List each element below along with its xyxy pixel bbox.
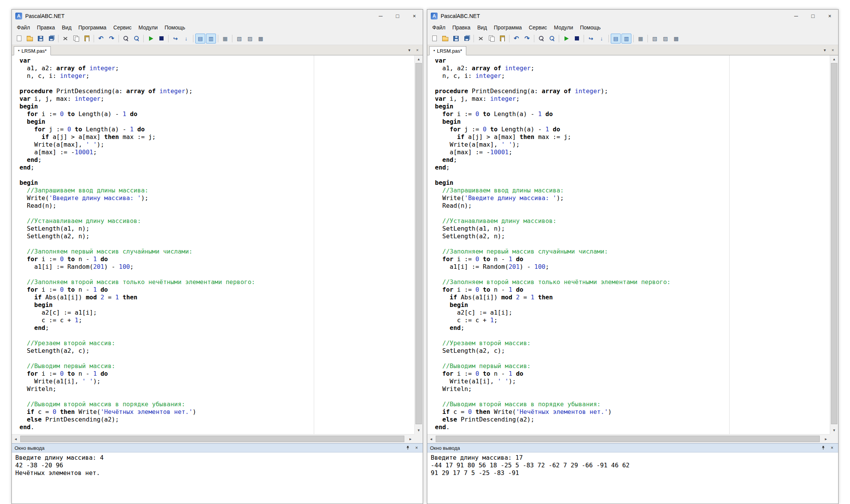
scroll-left-icon[interactable]: ◄ [12,435,19,443]
intellisense-toggle-button[interactable] [195,34,205,44]
copy-button[interactable] [487,34,496,44]
replace-button[interactable] [547,34,557,44]
menu-view[interactable]: Вид [474,23,490,32]
minimize-button[interactable]: ─ [788,10,805,23]
watch-window-button[interactable] [234,34,244,44]
code-token: do [101,370,108,377]
tab-close-icon[interactable]: × [414,47,421,53]
intellisense-toggle-button[interactable] [611,34,621,44]
menu-help[interactable]: Помощь [161,23,189,32]
scroll-right-icon[interactable]: ► [822,435,830,443]
menu-edit[interactable]: Правка [33,23,58,32]
save-all-button[interactable] [462,34,472,44]
pin-icon[interactable] [820,444,827,451]
close-button[interactable]: × [406,10,423,23]
close-button[interactable]: × [821,10,838,23]
format-toggle-button[interactable] [621,34,631,44]
menu-program[interactable]: Программа [490,23,525,32]
format-toggle-button[interactable] [206,34,216,44]
editor-horizontal-scrollbar[interactable]: ◄ ► [427,434,830,443]
tab-close-icon[interactable]: × [829,47,836,53]
menu-view[interactable]: Вид [58,23,75,32]
tab-bar: • LRSM.pas* ▾ × [12,45,423,55]
horizontal-scroll-thumb[interactable] [436,436,820,442]
save-button[interactable] [451,34,461,44]
find-button[interactable] [121,34,131,44]
undo-button[interactable] [96,34,106,44]
step-into-button[interactable] [181,34,191,44]
output-console[interactable]: Введите длину массива: 17-44 17 91 80 56… [427,452,838,504]
find-button[interactable] [536,34,546,44]
new-file-button[interactable] [430,34,440,44]
code-token [19,324,34,331]
restore-button[interactable]: □ [389,10,406,23]
step-into-button[interactable] [597,34,607,44]
step-over-button[interactable] [586,34,596,44]
paste-button[interactable] [82,34,92,44]
save-all-button[interactable] [46,34,56,44]
title-bar[interactable]: A PascalABC.NET ─ □ × [427,10,838,23]
open-file-button[interactable] [25,34,35,44]
scroll-left-icon[interactable]: ◄ [427,435,435,443]
output-console[interactable]: Введите длину массива: 442 -38 -20 96Неч… [12,452,423,504]
tab-list-dropdown-icon[interactable]: ▾ [406,47,413,53]
copy-button[interactable] [71,34,81,44]
menu-file[interactable]: Файл [13,23,33,32]
new-file-button[interactable] [14,34,24,44]
scroll-up-icon[interactable]: ▲ [415,55,423,63]
toolbar-separator [647,35,648,42]
watch-window-button[interactable] [650,34,660,44]
cut-button[interactable] [476,34,486,44]
code-editor[interactable]: var a1, a2: array of integer; n, c, i: i… [427,55,830,434]
scroll-up-icon[interactable]: ▲ [830,55,838,63]
stop-button[interactable] [156,34,166,44]
tab-list-dropdown-icon[interactable]: ▾ [821,47,828,53]
tab-lrsm[interactable]: • LRSM.pas* [429,46,466,55]
modules-window-button[interactable] [220,34,230,44]
editor-vertical-scrollbar[interactable]: ▲ ▼ [414,55,423,434]
editor-vertical-scrollbar[interactable]: ▲ ▼ [830,55,838,434]
output-window-button[interactable] [671,34,681,44]
locals-window-button[interactable] [245,34,255,44]
horizontal-scroll-thumb[interactable] [20,436,404,442]
modules-window-button[interactable] [636,34,646,44]
menu-service[interactable]: Сервис [525,23,550,32]
run-button[interactable] [146,34,156,44]
editor-horizontal-scrollbar[interactable]: ◄ ► [12,434,414,443]
paste-button[interactable] [497,34,507,44]
scroll-down-icon[interactable]: ▼ [830,426,838,434]
pin-icon[interactable] [404,444,411,451]
redo-button[interactable] [522,34,532,44]
menu-program[interactable]: Программа [75,23,110,32]
menu-service[interactable]: Сервис [110,23,135,32]
title-bar[interactable]: A PascalABC.NET ─ □ × [12,10,423,23]
replace-button[interactable] [131,34,141,44]
scroll-right-icon[interactable]: ► [407,435,414,443]
stop-button[interactable] [572,34,582,44]
menu-modules[interactable]: Модули [550,23,576,32]
cut-button[interactable] [60,34,70,44]
panel-b-icon [247,35,253,42]
menu-modules[interactable]: Модули [135,23,161,32]
scroll-down-icon[interactable]: ▼ [415,426,423,434]
menu-file[interactable]: Файл [429,23,449,32]
minimize-button[interactable]: ─ [372,10,389,23]
menu-help[interactable]: Помощь [577,23,604,32]
restore-button[interactable]: □ [805,10,821,23]
menu-edit[interactable]: Правка [449,23,474,32]
locals-window-button[interactable] [660,34,670,44]
redo-button[interactable] [107,34,117,44]
output-close-icon[interactable]: × [413,444,420,451]
save-button[interactable] [36,34,45,44]
undo-button[interactable] [511,34,521,44]
open-file-button[interactable] [440,34,450,44]
output-window-button[interactable] [256,34,266,44]
code-line: for i := 0 to n - 1 do [435,370,830,378]
tab-lrsm[interactable]: • LRSM.pas* [14,46,51,55]
step-over-button[interactable] [170,34,180,44]
vertical-scroll-thumb[interactable] [831,63,837,424]
code-editor[interactable]: var a1, a2: array of integer; n, c, i: i… [12,55,414,434]
vertical-scroll-thumb[interactable] [415,63,422,424]
output-close-icon[interactable]: × [829,444,835,451]
run-button[interactable] [561,34,571,44]
